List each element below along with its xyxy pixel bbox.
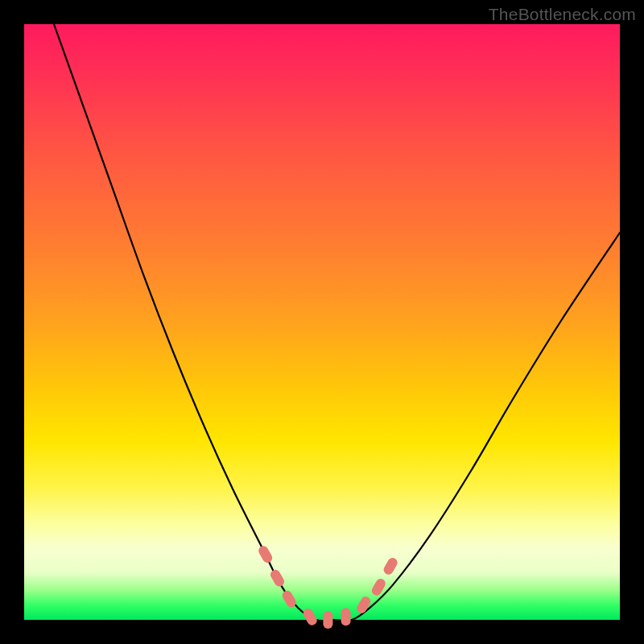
curve-marker	[323, 611, 332, 629]
curve-marker	[302, 607, 319, 627]
marker-group	[257, 544, 399, 629]
bottleneck-curve	[54, 24, 620, 621]
curve-marker	[341, 608, 351, 625]
plot-area	[24, 24, 620, 620]
watermark-label: TheBottleneck.com	[489, 5, 636, 24]
curve-layer	[24, 24, 620, 620]
chart-frame: TheBottleneck.com	[0, 0, 644, 644]
curve-marker	[257, 544, 274, 564]
curve-marker	[382, 556, 398, 576]
curve-marker	[355, 595, 372, 615]
curve-marker	[269, 568, 286, 588]
